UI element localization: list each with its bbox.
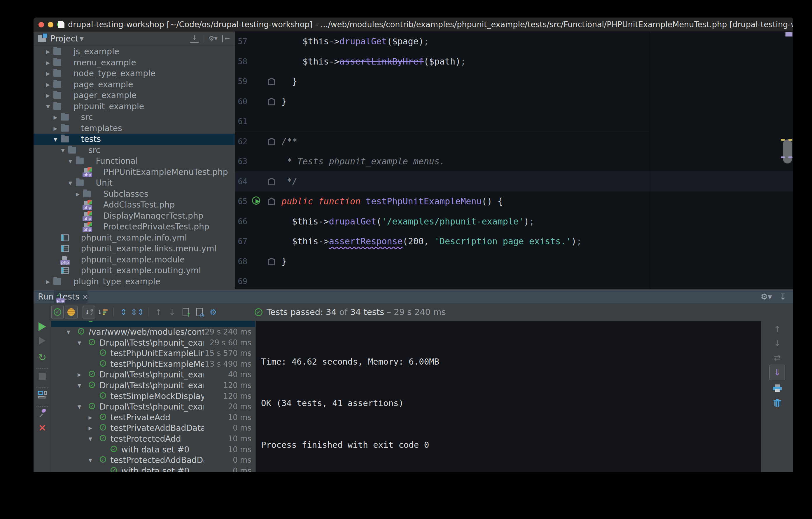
editor-line[interactable]: 61 <box>235 111 793 132</box>
chevron-icon[interactable]: ▼ <box>89 434 92 444</box>
warning-stripe-mark[interactable] <box>788 139 792 141</box>
minimize-window-button[interactable] <box>48 22 53 27</box>
line-number[interactable]: 58 <box>235 52 247 72</box>
test-tree-item[interactable]: ✓ testPhpUnitExampleLink 15 s 570 ms <box>51 348 255 359</box>
editor-line[interactable]: 63 * Tests phpunit_example menus. <box>235 152 793 172</box>
line-number[interactable]: 59 <box>235 72 247 92</box>
code-text[interactable]: } <box>271 72 297 92</box>
chevron-icon[interactable]: ▶ <box>46 79 53 90</box>
close-run-panel-button[interactable]: × <box>33 421 51 433</box>
code-text[interactable]: $this->drupalGet($page); <box>271 31 429 52</box>
project-tree-item[interactable]: ▶ php node_type_example <box>33 68 235 79</box>
chevron-icon[interactable] <box>54 254 61 265</box>
chevron-icon[interactable]: ▼ <box>68 177 76 189</box>
editor-line[interactable]: 66 $this->drupalGet('/examples/phpunit-e… <box>235 212 793 232</box>
test-tree-item[interactable]: ✓ testSimpleMockDisplayManager 120 ms <box>51 391 255 402</box>
sort-alphabetically-toggle[interactable]: ↓az <box>83 306 95 319</box>
rerun-failed-tests-button[interactable]: ! <box>33 337 51 346</box>
code-text[interactable]: $this->assertResponse(200, 'Description … <box>271 231 582 252</box>
next-occurrence-button[interactable]: ↓ <box>166 306 178 319</box>
editor-line[interactable]: 62 /** <box>235 132 793 152</box>
run-test-gutter-icon[interactable] <box>252 196 260 204</box>
editor-line[interactable]: 68 } <box>235 252 793 272</box>
test-tree-item[interactable]: ▼ ✓ /var/www/web/modules/contrib/exa 29 … <box>51 327 255 337</box>
chevron-icon[interactable]: ▶ <box>54 112 61 123</box>
project-tree-item[interactable]: ▶ php templates <box>33 123 235 134</box>
select-opened-file-button[interactable]: ↓ <box>190 35 199 43</box>
code-text[interactable]: $this->assertLinkByHref($path); <box>271 52 466 72</box>
line-number[interactable]: 63 <box>235 152 247 172</box>
line-number[interactable]: 57 <box>235 31 247 52</box>
project-tree-item[interactable]: ▶ php js_example <box>33 46 235 57</box>
project-tree-item[interactable]: ▶ php menu_example <box>33 57 235 68</box>
code-text[interactable]: public function testPhpUnitExampleMenu()… <box>271 191 503 212</box>
project-tree-item[interactable]: php ProtectedPrivatesTest.php <box>33 221 235 233</box>
test-tree-item[interactable]: ✓ with data set #0 0 ms <box>51 466 255 472</box>
chevron-icon[interactable]: ▼ <box>68 156 76 167</box>
project-tree-item[interactable]: php phpunit_example.links.menu.yml <box>33 243 235 254</box>
print-button[interactable] <box>761 384 793 393</box>
previous-occurrence-button[interactable]: ↑ <box>152 306 165 319</box>
layout-settings-button[interactable] <box>33 391 51 400</box>
chevron-icon[interactable]: ▼ <box>67 327 70 337</box>
chevron-icon[interactable]: ▶ <box>46 46 53 57</box>
editor-line[interactable]: 65 public function testPhpUnitExampleMen… <box>235 191 793 212</box>
project-tree-item[interactable]: ▶ php src <box>33 112 235 123</box>
project-tree-item[interactable]: php DisplayManagerTest.php <box>33 211 235 222</box>
project-tree-item[interactable]: ▶ php Subclasses <box>33 189 235 200</box>
bookmark-stripe-mark[interactable] <box>788 157 792 158</box>
show-passed-toggle[interactable]: ✓ <box>51 306 64 319</box>
code-text[interactable]: */ <box>271 172 297 192</box>
editor-line[interactable]: 64 */ <box>235 172 793 192</box>
project-tree-item[interactable]: ▶ php pager_example <box>33 90 235 101</box>
chevron-icon[interactable]: ▶ <box>54 123 61 134</box>
chevron-icon[interactable]: ▼ <box>89 455 92 466</box>
test-tree-root-row-partial[interactable]: ✓ <box>51 321 255 327</box>
chevron-icon[interactable]: ▼ <box>78 380 81 391</box>
project-tree-item[interactable]: php phpunit_example.module <box>33 254 235 265</box>
code-text[interactable]: /** <box>271 132 297 152</box>
chevron-icon[interactable]: ▶ <box>46 276 53 287</box>
pin-tab-button[interactable] <box>33 409 51 418</box>
project-tree-item[interactable]: ▼ php phpunit_example <box>33 101 235 112</box>
editor-scrollbar[interactable] <box>783 139 792 163</box>
expand-all-button[interactable]: ⇕ <box>117 306 130 319</box>
chevron-icon[interactable]: ▶ <box>46 90 53 101</box>
project-tree-item[interactable]: ▼ php Unit <box>33 177 235 189</box>
test-settings-gear-button[interactable]: ⚙ <box>207 306 220 319</box>
line-number[interactable]: 68 <box>235 252 247 272</box>
stop-button[interactable] <box>33 373 51 381</box>
test-tree-item[interactable]: ▼ ✓ Drupal\Tests\phpunit_example\Fu 29 s… <box>51 337 255 348</box>
project-tree-item[interactable]: php PHPUnitExampleMenuTest.php <box>33 167 235 178</box>
line-number[interactable]: 64 <box>235 172 247 192</box>
editor-line[interactable]: 69 <box>235 271 793 289</box>
project-panel-title[interactable]: Project <box>51 31 79 46</box>
run-tab-tests[interactable]: ✓php tests × <box>54 290 87 303</box>
test-tree-item[interactable]: ✓ testPhpUnitExampleMenu 13 s 490 ms <box>51 359 255 370</box>
project-tree-item[interactable]: php phpunit_example.routing.yml <box>33 265 235 276</box>
line-number[interactable]: 66 <box>235 212 247 232</box>
chevron-icon[interactable]: ▶ <box>76 189 83 200</box>
test-console-output[interactable]: Time: 46.62 seconds, Memory: 6.00MB OK (… <box>256 321 761 472</box>
project-tree-item[interactable]: ▶ php plugin_type_example <box>33 276 235 287</box>
project-options-gear-icon[interactable]: ⚙▾ <box>208 34 217 43</box>
test-tree-item[interactable]: ✓ with data set #0 10 ms <box>51 444 255 455</box>
test-tree-item[interactable]: ▶ ✓ Drupal\Tests\phpunit_example\Unit\A … <box>51 369 255 380</box>
chevron-icon[interactable]: ▼ <box>78 401 81 412</box>
line-number[interactable]: 61 <box>235 111 247 132</box>
line-number[interactable]: 62 <box>235 132 247 152</box>
chevron-icon[interactable]: ▼ <box>54 134 61 145</box>
project-tree-item[interactable]: ▼ php Functional <box>33 156 235 167</box>
scroll-up-button[interactable]: ↑ <box>761 324 793 334</box>
chevron-icon[interactable]: ▶ <box>46 57 53 68</box>
chevron-icon[interactable] <box>76 221 83 233</box>
clear-console-button[interactable] <box>761 399 793 408</box>
show-ignored-toggle[interactable] <box>65 306 78 319</box>
toggle-auto-test-button[interactable]: ↻ <box>33 351 51 363</box>
test-history-button[interactable]: ◷ <box>193 306 206 319</box>
chevron-icon[interactable]: ▼ <box>46 101 53 112</box>
editor-line[interactable]: 57 $this->drupalGet($page); <box>235 31 793 52</box>
chevron-icon[interactable]: ▶ <box>89 412 92 423</box>
sort-by-duration-button[interactable]: ↓ <box>96 306 109 319</box>
warning-stripe-mark[interactable] <box>781 139 785 141</box>
